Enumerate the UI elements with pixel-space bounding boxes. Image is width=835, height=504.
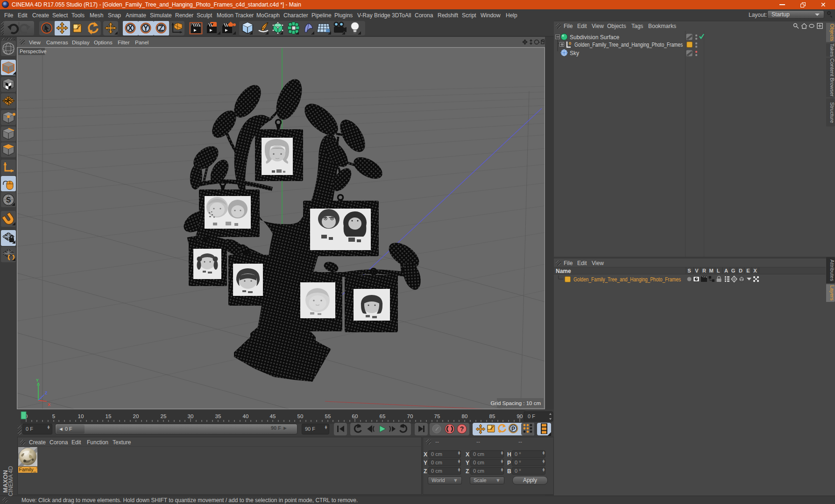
svg-text:35: 35	[215, 413, 221, 419]
svg-text:85: 85	[489, 413, 495, 419]
svg-text:5: 5	[52, 413, 55, 419]
svg-text:65: 65	[380, 413, 386, 419]
svg-text:25: 25	[161, 413, 167, 419]
svg-text:45: 45	[270, 413, 276, 419]
svg-text:Z: Z	[159, 24, 163, 32]
svg-text:40: 40	[243, 413, 249, 419]
svg-text:Family_T: Family_T	[19, 467, 38, 472]
svg-text:Y: Y	[36, 378, 39, 383]
svg-text:10: 10	[78, 413, 84, 419]
svg-text:Golden_Family_Tree_and_Hanging: Golden_Family_Tree_and_Hanging_Photo_Fra…	[573, 276, 681, 283]
svg-text:D: D	[739, 268, 743, 273]
svg-text:S: S	[6, 196, 11, 204]
svg-text:Grid Spacing : 10 cm: Grid Spacing : 10 cm	[491, 400, 541, 406]
svg-text:Y: Y	[143, 24, 149, 32]
svg-text:Golden_Family_Tree_and_Hanging: Golden_Family_Tree_and_Hanging_Photo_Fra…	[574, 42, 683, 48]
svg-text:0 F: 0 F	[528, 413, 535, 419]
svg-text:L: L	[717, 268, 720, 273]
svg-text:?: ?	[460, 425, 464, 433]
svg-text:E: E	[746, 268, 750, 273]
svg-text:R: R	[702, 268, 706, 273]
svg-text:Sky: Sky	[570, 50, 579, 56]
svg-text:15: 15	[106, 413, 112, 419]
svg-text:S: S	[687, 268, 691, 273]
svg-text:0: 0	[569, 41, 571, 46]
svg-text:Subdivision Surface: Subdivision Surface	[570, 34, 619, 41]
svg-text:55: 55	[325, 413, 331, 419]
svg-text:80: 80	[462, 413, 468, 419]
svg-text:V: V	[695, 268, 699, 273]
svg-text:X: X	[48, 402, 50, 407]
svg-text:P: P	[511, 426, 515, 432]
svg-text:X: X	[128, 24, 133, 32]
svg-text:M: M	[709, 268, 713, 273]
svg-text:20: 20	[133, 413, 139, 419]
svg-text:A: A	[724, 268, 728, 273]
svg-text:X: X	[753, 268, 757, 273]
svg-text:Perspective: Perspective	[20, 49, 46, 54]
svg-text:70: 70	[407, 413, 413, 419]
svg-text:Z: Z	[45, 391, 48, 395]
svg-text:G: G	[731, 268, 736, 273]
svg-text:50: 50	[297, 413, 304, 419]
svg-text:75: 75	[434, 413, 440, 419]
